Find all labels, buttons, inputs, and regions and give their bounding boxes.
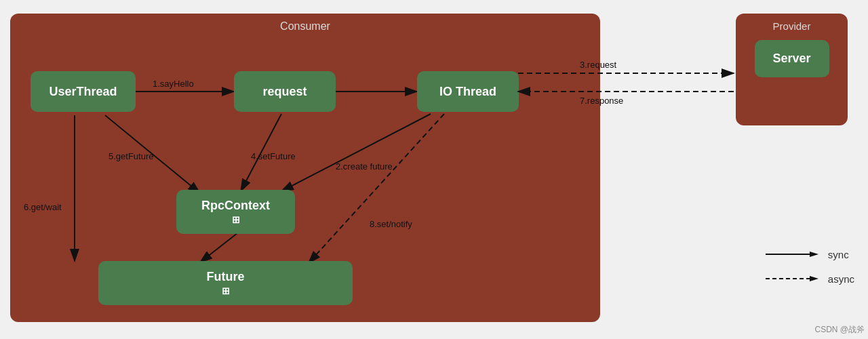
svg-line-8	[200, 231, 241, 262]
future-icon: ⊞	[222, 285, 230, 296]
label-getFuture: 5.getFuture	[108, 151, 154, 161]
async-arrow-icon	[766, 273, 820, 285]
io-thread-node: IO Thread	[417, 71, 519, 112]
label-sayHello: 1.sayHello	[153, 79, 194, 89]
label-setNotify: 8.set/notify	[370, 219, 412, 229]
svg-line-9	[309, 114, 444, 263]
svg-line-4	[105, 115, 200, 193]
watermark: CSDN @战斧	[814, 324, 865, 336]
request-node: request	[234, 71, 336, 112]
provider-label: Provider	[773, 20, 811, 32]
future-node: Future ⊞	[98, 261, 353, 305]
svg-line-5	[241, 114, 281, 191]
rpc-context-node: RpcContext ⊞	[176, 190, 295, 234]
server-node: Server	[755, 40, 829, 77]
consumer-box: Consumer 1.sayHello 5.getFuture 4.setFut…	[10, 14, 600, 322]
consumer-label: Consumer	[280, 20, 330, 33]
rpc-context-icon: ⊞	[232, 214, 240, 225]
legend: sync async	[766, 248, 854, 285]
sync-arrow-icon	[766, 248, 820, 260]
legend-sync: sync	[766, 248, 854, 260]
provider-box: Provider Server	[736, 14, 848, 125]
label-createFuture: 2.create future	[336, 161, 393, 172]
sync-label: sync	[828, 249, 849, 260]
legend-async: async	[766, 273, 854, 285]
label-getWait: 6.get/wait	[24, 202, 62, 212]
svg-line-6	[281, 114, 431, 191]
async-label: async	[828, 273, 854, 285]
svg-marker-15	[810, 252, 818, 257]
user-thread-node: UserThread	[31, 71, 136, 112]
svg-marker-17	[810, 276, 818, 281]
label-setFuture: 4.setFuture	[251, 151, 296, 161]
